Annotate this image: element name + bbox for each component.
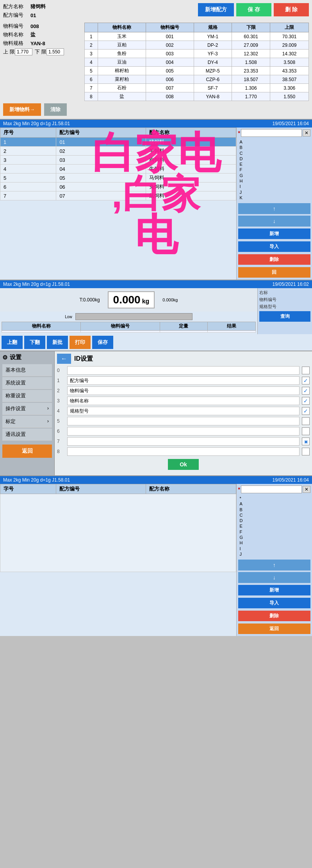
settings-item-system[interactable]: 系统设置 [2, 377, 52, 389]
s5-list-table: 字号 配方编号 配方名称 [0, 484, 236, 636]
new-batch-button[interactable]: 新批 [47, 336, 68, 349]
table-row[interactable]: 5棉籽粕005MZP-523.35343.353 [85, 67, 309, 75]
delete-formula-button[interactable]: 删 除 [274, 3, 309, 16]
alpha-item[interactable]: D [238, 518, 310, 523]
add-formula-button[interactable]: 新增配方 [198, 3, 234, 16]
s5-scroll-up[interactable]: ↑ [238, 560, 310, 570]
alpha-item[interactable]: H [238, 540, 310, 546]
id-row-checkbox[interactable] [302, 367, 310, 374]
alpha-item[interactable]: F [238, 167, 310, 172]
formula-list-panel: Max 2kg Min 20g d=1g J1.58.01 19/05/2021… [0, 120, 312, 280]
ok-button[interactable]: Ok [168, 459, 199, 470]
alpha-item[interactable]: G [238, 535, 310, 540]
settings-item-calibrate[interactable]: 标定 › [2, 416, 52, 428]
settings-item-weighing[interactable]: 称重设置 [2, 390, 52, 402]
alpha-item[interactable]: A [238, 139, 310, 145]
alpha-item[interactable]: I [238, 546, 310, 551]
settings-item-comm[interactable]: 通讯设置 [2, 429, 52, 441]
id-row-checkbox[interactable] [302, 407, 310, 415]
back-icon-button[interactable]: 回 [238, 267, 310, 278]
scroll-up-button[interactable]: ↑ [238, 203, 310, 214]
col-index [85, 23, 98, 32]
s5-search-input[interactable] [241, 485, 302, 493]
s5-import-button[interactable]: 导入 [238, 598, 310, 608]
s5-search-close[interactable]: ✕ [303, 486, 310, 493]
alpha-item[interactable]: H [238, 178, 310, 184]
table-row[interactable]: 4豆油004DY-41.5083.508 [85, 58, 309, 67]
alpha-item[interactable]: J [238, 190, 310, 195]
list-item[interactable]: 707鼠饲料 [0, 191, 236, 200]
s5-back-button[interactable]: 返回 [238, 624, 310, 634]
id-row-input[interactable] [67, 407, 300, 415]
new-formula-button[interactable]: 新增 [238, 229, 310, 239]
id-back-button[interactable]: ← [57, 354, 71, 364]
alpha-item[interactable]: B [238, 145, 310, 150]
id-row-input[interactable] [67, 437, 300, 446]
delete-button[interactable]: 删除 [238, 254, 310, 265]
settings-item-basic-info[interactable]: 基本信息 [2, 364, 52, 376]
alpha-item[interactable]: B [238, 507, 310, 512]
id-row-checkbox[interactable] [302, 438, 310, 445]
search-close-button[interactable]: ✕ [303, 129, 310, 136]
print-button[interactable]: 打印 [70, 336, 91, 349]
query-button[interactable]: 查询 [259, 311, 310, 322]
alpha-item[interactable]: E [238, 161, 310, 167]
table-row[interactable]: 2豆粕002DP-227.00929.009 [85, 41, 309, 50]
list-item[interactable]: 505马饲料 [0, 174, 236, 182]
table-row[interactable]: 3鱼粉003YF-312.30214.302 [85, 50, 309, 58]
alpha-item[interactable]: J [238, 551, 310, 557]
id-row-checkbox[interactable] [302, 377, 310, 384]
id-row-input[interactable] [67, 397, 300, 405]
table-row[interactable]: 1玉米001YM-160.30170.301 [85, 32, 309, 41]
alpha-item[interactable]: F [238, 529, 310, 535]
s5-new-button[interactable]: 新增 [238, 585, 310, 595]
id-row-checkbox[interactable] [302, 448, 310, 455]
id-row-input[interactable] [67, 427, 300, 436]
table-row[interactable]: 8盐008YAN-81.7701.550 [85, 92, 309, 101]
list-item[interactable]: 303狗饲料 [0, 156, 236, 165]
id-row-input[interactable] [67, 386, 300, 395]
alpha-item[interactable]: K [238, 557, 310, 558]
search-input[interactable] [241, 129, 302, 137]
save-button2[interactable]: 保存 [92, 336, 113, 349]
id-row-checkbox[interactable] [302, 427, 310, 435]
prev-button[interactable]: 上翻 [2, 336, 23, 349]
settings-back-button[interactable]: 返回 [2, 445, 52, 458]
alpha-item[interactable]: I [238, 184, 310, 189]
settings-item-operation[interactable]: 操作设置 › [2, 403, 52, 415]
list-item[interactable]: 404牛饲料 [0, 165, 236, 174]
id-row-input[interactable] [67, 447, 300, 456]
clear-button[interactable]: 清除 [44, 103, 67, 116]
alpha-item[interactable]: E [238, 523, 310, 529]
list-item[interactable]: 202羊饲料 [0, 147, 236, 156]
id-row-checkbox[interactable] [302, 387, 310, 395]
alpha-item[interactable]: A [238, 501, 310, 507]
add-material-button[interactable]: 新增物料→ [3, 103, 41, 116]
s3-right-panel: 右标 物料编号 规格型号 查询 [257, 288, 312, 334]
alpha-item[interactable]: G [238, 173, 310, 178]
table-row[interactable]: 7石粉007SF-71.3063.306 [85, 84, 309, 92]
table-row[interactable]: 6菜籽粕006CZP-618.50738.507 [85, 75, 309, 84]
import-button[interactable]: 导入 [238, 241, 310, 252]
alpha-item[interactable]: D [238, 156, 310, 161]
id-row-input[interactable] [67, 376, 300, 385]
alpha-item[interactable]: C [238, 512, 310, 518]
save-formula-button[interactable]: 保 存 [236, 3, 271, 16]
list-item[interactable]: 101猪饲料 [0, 138, 236, 147]
s5-scroll-down[interactable]: ↓ [238, 572, 310, 583]
id-row-input[interactable] [67, 366, 300, 375]
id-row-checkbox[interactable] [302, 417, 310, 425]
next-button[interactable]: 下翻 [24, 336, 45, 349]
id-row-number: 6 [57, 429, 65, 434]
s5-delete-button[interactable]: 删除 [238, 611, 310, 621]
alpha-item[interactable]: C [238, 151, 310, 156]
alpha-item[interactable]: K [238, 195, 310, 200]
id-row-input[interactable] [67, 417, 300, 425]
alpha-item[interactable]: * [238, 496, 310, 501]
id-row-checkbox[interactable] [302, 397, 310, 405]
id-row-number: 5 [57, 418, 65, 424]
scroll-down-button[interactable]: ↓ [238, 216, 310, 227]
formula-info-left: 配方名称 猪饲料 配方编号 01 [3, 3, 81, 20]
alpha-item[interactable]: L [238, 200, 310, 202]
list-item[interactable]: 606兔饲料 [0, 182, 236, 191]
